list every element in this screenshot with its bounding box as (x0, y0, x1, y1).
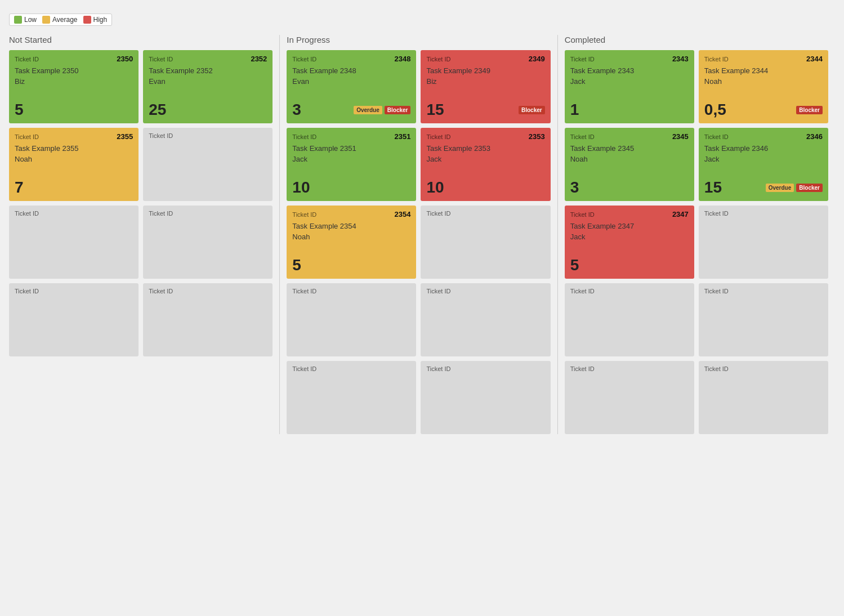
column-title-not-started: Not Started (9, 35, 273, 44)
card-person: Jack (570, 77, 689, 86)
ticket-card[interactable]: Ticket ID (9, 283, 139, 356)
card-badges: Blocker (796, 106, 823, 114)
ticket-card[interactable]: Ticket ID 2351 Task Example 2351 Jack 10 (287, 128, 416, 201)
ticket-card[interactable]: Ticket ID 2354 Task Example 2354 Noah 5 (287, 206, 416, 279)
ticket-label: Ticket ID (15, 288, 39, 294)
badge-blocker: Blocker (519, 106, 545, 114)
ticket-card[interactable]: Ticket ID 2355 Task Example 2355 Noah 7 (9, 128, 139, 201)
card-header: Ticket ID (426, 365, 544, 372)
ticket-card[interactable]: Ticket ID 2350 Task Example 2350 Biz 5 (9, 50, 139, 123)
ticket-label: Ticket ID (149, 210, 173, 217)
legend-label: Low (24, 16, 37, 24)
ticket-label: Ticket ID (292, 288, 316, 294)
card-header: Ticket ID (704, 288, 823, 294)
ticket-label: Ticket ID (149, 288, 173, 294)
ticket-id: 2344 (806, 55, 823, 63)
ticket-card[interactable]: Ticket ID (565, 361, 694, 434)
card-footer: 1 (570, 101, 689, 119)
ticket-card[interactable]: Ticket ID (699, 361, 828, 434)
card-points: 15 (704, 178, 722, 197)
ticket-card[interactable]: Ticket ID 2347 Task Example 2347 Jack 5 (565, 206, 694, 279)
card-person: Evan (149, 77, 267, 86)
card-footer: 3 (570, 178, 689, 197)
badge-overdue: Overdue (354, 106, 382, 114)
ticket-card[interactable]: Ticket ID 2346 Task Example 2346 Jack 15… (699, 128, 828, 201)
card-header: Ticket ID (426, 288, 544, 294)
card-title: Task Example 2350 (15, 66, 133, 75)
badge-overdue: Overdue (766, 184, 794, 192)
ticket-id: 2349 (529, 55, 545, 63)
card-footer: 3 OverdueBlocker (292, 101, 410, 119)
card-footer: 5 (15, 101, 133, 119)
card-header: Ticket ID 2346 (704, 132, 823, 141)
ticket-label: Ticket ID (570, 56, 595, 63)
card-header: Ticket ID (570, 288, 689, 294)
card-person: Jack (570, 233, 689, 241)
ticket-label: Ticket ID (292, 56, 316, 63)
ticket-card[interactable]: Ticket ID (143, 128, 273, 201)
card-badges: OverdueBlocker (766, 184, 823, 192)
ticket-label: Ticket ID (704, 288, 729, 294)
card-header: Ticket ID 2350 (15, 55, 133, 63)
ticket-card[interactable]: Ticket ID 2344 Task Example 2344 Noah 0,… (699, 50, 828, 123)
board: Not Started Ticket ID 2350 Task Example … (9, 35, 835, 434)
ticket-card[interactable]: Ticket ID 2352 Task Example 2352 Evan 25 (143, 50, 273, 123)
card-title: Task Example 2351 (292, 144, 410, 153)
ticket-card[interactable]: Ticket ID (287, 283, 416, 356)
ticket-card[interactable]: Ticket ID 2353 Task Example 2353 Jack 10 (421, 128, 550, 201)
ticket-card[interactable]: Ticket ID (699, 283, 828, 356)
ticket-label: Ticket ID (704, 56, 729, 63)
ticket-id: 2346 (806, 132, 823, 141)
ticket-card[interactable]: Ticket ID 2345 Task Example 2345 Noah 3 (565, 128, 694, 201)
card-points: 7 (15, 178, 24, 197)
card-footer: 25 (149, 101, 267, 119)
ticket-label: Ticket ID (292, 133, 316, 140)
ticket-card[interactable]: Ticket ID (699, 206, 828, 279)
card-points: 5 (570, 256, 579, 274)
card-title: Task Example 2349 (426, 66, 544, 75)
ticket-label: Ticket ID (704, 365, 729, 372)
ticket-label: Ticket ID (570, 211, 595, 218)
ticket-card[interactable]: Ticket ID (421, 283, 550, 356)
ticket-card[interactable]: Ticket ID (565, 283, 694, 356)
card-person: Noah (15, 155, 133, 163)
ticket-label: Ticket ID (15, 210, 39, 217)
card-title: Task Example 2353 (426, 144, 544, 153)
column-not-started: Not Started Ticket ID 2350 Task Example … (9, 35, 280, 434)
column-title-completed: Completed (565, 35, 828, 44)
legend-item: Average (42, 16, 77, 24)
ticket-id: 2348 (395, 55, 411, 63)
ticket-label: Ticket ID (426, 133, 450, 140)
ticket-label: Ticket ID (426, 288, 450, 294)
card-header: Ticket ID 2345 (570, 132, 689, 141)
ticket-label: Ticket ID (292, 365, 316, 372)
ticket-card[interactable]: Ticket ID (421, 361, 550, 434)
ticket-card[interactable]: Ticket ID 2349 Task Example 2349 Biz 15 … (421, 50, 550, 123)
card-person: Jack (292, 155, 410, 163)
ticket-card[interactable]: Ticket ID (143, 206, 273, 279)
card-title: Task Example 2352 (149, 66, 267, 75)
card-person: Biz (15, 77, 133, 86)
card-points: 10 (426, 178, 444, 197)
ticket-card[interactable]: Ticket ID (287, 361, 416, 434)
card-header: Ticket ID (704, 210, 823, 217)
card-header: Ticket ID 2347 (570, 210, 689, 218)
ticket-card[interactable]: Ticket ID (9, 206, 139, 279)
ticket-card[interactable]: Ticket ID (143, 283, 273, 356)
ticket-card[interactable]: Ticket ID (421, 206, 550, 279)
card-title: Task Example 2346 (704, 144, 823, 153)
legend: LowAverageHigh (9, 14, 112, 26)
card-footer: 0,5 Blocker (704, 101, 823, 119)
ticket-id: 2343 (672, 55, 689, 63)
column-cards-completed: Ticket ID 2343 Task Example 2343 Jack 1 … (565, 50, 828, 434)
card-header: Ticket ID 2343 (570, 55, 689, 63)
ticket-card[interactable]: Ticket ID 2348 Task Example 2348 Evan 3 … (287, 50, 416, 123)
card-header: Ticket ID (149, 210, 267, 217)
ticket-id: 2345 (672, 132, 689, 141)
card-points: 3 (570, 178, 579, 197)
card-title: Task Example 2354 (292, 222, 410, 230)
ticket-card[interactable]: Ticket ID 2343 Task Example 2343 Jack 1 (565, 50, 694, 123)
card-points: 1 (570, 101, 579, 119)
badge-blocker: Blocker (796, 106, 823, 114)
ticket-label: Ticket ID (426, 56, 450, 63)
